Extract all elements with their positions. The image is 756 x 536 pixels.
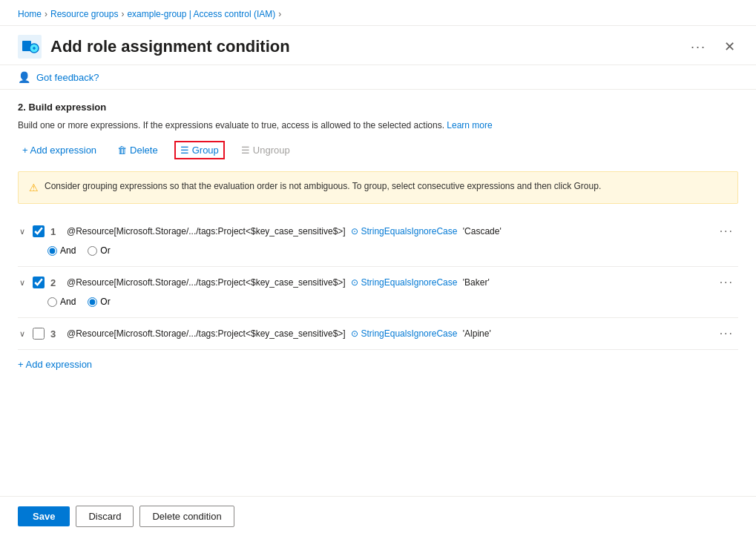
- breadcrumb-example-group[interactable]: example-group | Access control (IAM): [127, 9, 275, 19]
- expr-2-and-radio[interactable]: And: [47, 297, 76, 307]
- expr-2-chevron[interactable]: ∨: [18, 277, 27, 289]
- section-description: Build one or more expressions. If the ex…: [18, 119, 738, 132]
- panel-title: Add role assignment condition: [50, 37, 676, 56]
- expr-1-more-button[interactable]: ···: [715, 223, 738, 239]
- close-button[interactable]: ✕: [721, 36, 738, 58]
- expr-3-text[interactable]: @Resource[Microsoft.Storage/.../tags:Pro…: [67, 328, 709, 339]
- feedback-bar[interactable]: 👤 Got feedback?: [0, 65, 756, 90]
- expr-1-connector: And Or: [18, 239, 738, 259]
- ungroup-icon: ☰: [241, 145, 250, 156]
- expr-1-and-radio[interactable]: And: [47, 245, 76, 256]
- expr-1-text[interactable]: @Resource[Microsoft.Storage/.../tags:Pro…: [67, 226, 709, 236]
- expr-2-more-button[interactable]: ···: [715, 274, 738, 291]
- expression-row-2: ∨ 2 @Resource[Microsoft.Storage/.../tags…: [18, 267, 738, 318]
- breadcrumb: Home › Resource groups › example-group |…: [0, 0, 756, 26]
- expr-1-or-radio[interactable]: Or: [88, 245, 110, 256]
- feedback-label: Got feedback?: [36, 72, 99, 83]
- expr-2-text[interactable]: @Resource[Microsoft.Storage/.../tags:Pro…: [67, 277, 709, 288]
- expr-2-number: 2: [50, 277, 61, 288]
- header-more-button[interactable]: ···: [685, 36, 712, 58]
- save-button[interactable]: Save: [18, 506, 70, 526]
- section-title: 2. Build expression: [18, 102, 738, 113]
- feedback-icon: 👤: [18, 71, 30, 83]
- group-icon: ☰: [180, 145, 189, 156]
- expr-3-more-button[interactable]: ···: [715, 325, 738, 342]
- expression-toolbar: + Add expression 🗑 Delete ☰ Group ☰ Ungr…: [18, 141, 738, 159]
- discard-button[interactable]: Discard: [76, 506, 134, 527]
- learn-more-link[interactable]: Learn more: [447, 120, 492, 130]
- main-panel: Home › Resource groups › example-group |…: [0, 0, 756, 536]
- delete-condition-button[interactable]: Delete condition: [139, 506, 234, 527]
- expression-row-1: ∨ 1 @Resource[Microsoft.Storage/.../tags…: [18, 216, 738, 267]
- expr-3-checkbox[interactable]: [33, 328, 45, 340]
- delete-icon: 🗑: [117, 145, 127, 156]
- warning-icon: ⚠: [29, 180, 39, 196]
- content-area: 2. Build expression Build one or more ex…: [0, 90, 756, 496]
- expr-1-number: 1: [50, 226, 61, 237]
- warning-text: Consider grouping expressions so that th…: [45, 179, 601, 193]
- delete-button[interactable]: 🗑 Delete: [113, 142, 162, 159]
- breadcrumb-resource-groups[interactable]: Resource groups: [50, 9, 118, 19]
- expr-2-checkbox[interactable]: [33, 277, 45, 288]
- add-expression-button[interactable]: + Add expression: [18, 142, 101, 159]
- expr-1-checkbox[interactable]: [33, 225, 45, 237]
- expr-3-chevron[interactable]: ∨: [18, 328, 27, 340]
- expr-1-chevron[interactable]: ∨: [18, 225, 27, 238]
- expression-row-3: ∨ 3 @Resource[Microsoft.Storage/.../tags…: [18, 318, 738, 350]
- breadcrumb-home[interactable]: Home: [18, 9, 42, 19]
- panel-header: Add role assignment condition ··· ✕: [0, 26, 756, 65]
- role-assignment-icon: [18, 35, 42, 59]
- add-expression-link[interactable]: + Add expression: [18, 350, 92, 373]
- group-button[interactable]: ☰ Group: [174, 141, 225, 159]
- expr-2-or-radio[interactable]: Or: [88, 297, 110, 307]
- expr-3-number: 3: [50, 328, 61, 340]
- footer: Save Discard Delete condition: [0, 496, 756, 536]
- warning-banner: ⚠ Consider grouping expressions so that …: [18, 171, 738, 204]
- expr-2-connector: And Or: [18, 291, 738, 310]
- ungroup-button[interactable]: ☰ Ungroup: [237, 142, 295, 159]
